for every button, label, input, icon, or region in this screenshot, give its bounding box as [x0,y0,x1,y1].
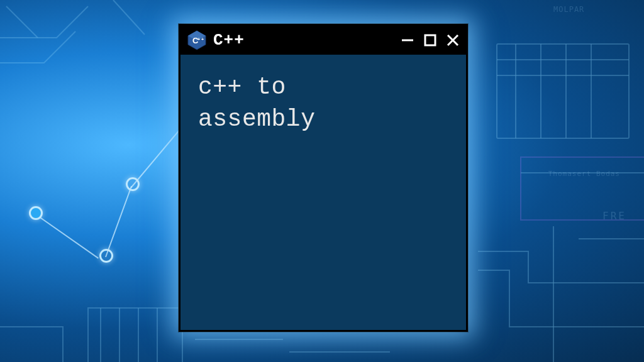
bg-decorative-text: Thomasert Bodas [548,170,620,178]
cpp-hexagon-icon: C + + [187,30,207,50]
bg-decorative-text: FRE [602,210,626,222]
svg-rect-20 [425,35,435,45]
body-text-line2: assembly [198,103,448,135]
window-title: C++ [213,31,394,50]
close-icon[interactable] [446,33,460,47]
maximize-icon[interactable] [423,33,437,47]
window-body: c++ to assembly [180,55,466,152]
svg-rect-7 [521,157,644,220]
window-controls [401,33,460,47]
bg-decorative-text: MOLPAR [553,5,584,14]
svg-text:+: + [197,37,200,41]
svg-rect-0 [497,44,629,138]
svg-text:+: + [201,37,204,41]
title-bar[interactable]: C + + C++ [180,26,466,55]
body-text-line1: c++ to [198,71,448,103]
minimize-icon[interactable] [401,33,414,47]
app-window: C + + C++ c++ to assembly [179,24,468,332]
svg-rect-9 [88,308,182,362]
